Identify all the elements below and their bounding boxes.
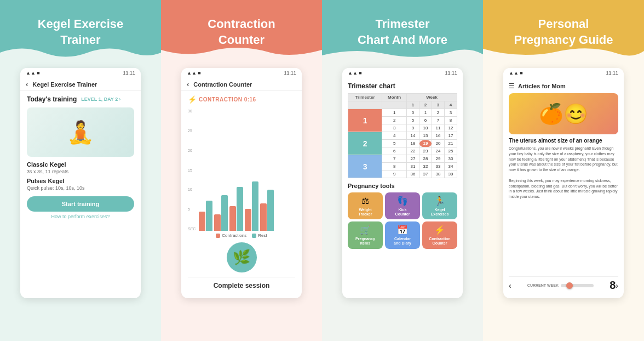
y-label-20: 20 [188,149,196,152]
week-32: 32 [419,163,432,170]
bar-pair-5 [260,190,274,231]
guide-header: Personal Pregnancy Guide [483,0,644,60]
tool-label-calendar: Calendarand Diary [394,237,411,245]
contraction-back-arrow[interactable]: ‹ [187,80,189,88]
bar-green-2 [221,195,228,231]
contraction-time: 11:11 [284,70,296,76]
kegel-back-arrow[interactable]: ‹ [26,80,28,88]
start-training-button[interactable]: Start training [27,196,134,212]
th-month: Month [382,94,407,101]
week-3: 3 [444,109,457,117]
week-17: 17 [444,132,457,140]
trimester-header: Trimester Chart And More [322,0,483,60]
th-w3: 3 [432,101,444,109]
exercise-figure: 🧘 [67,120,94,145]
table-row: 3 7 27 28 29 30 [348,155,457,163]
week-1: 1 [419,109,432,117]
tool-contraction-counter[interactable]: ⚡ ContractionCounter [422,221,457,248]
panel-kegel: Kegel Exercise Trainer ▲▲ ■ 11:11 ‹ Kege… [0,0,161,341]
bar-green-1 [206,201,212,231]
tool-pregnancy-items[interactable]: 🛒 PregnancyItems [348,221,383,248]
week-19-highlighted: 19 [419,140,432,147]
kegel-header: Kegel Exercise Trainer [0,0,161,60]
week-29: 29 [432,155,444,163]
complete-session[interactable]: Complete session [188,277,295,294]
week-25: 25 [444,147,457,155]
leaf-circle: 🌿 [227,242,257,272]
kegel-signal: ▲▲ ■ [26,70,40,76]
week-16: 16 [432,132,444,140]
panel-contraction: Contraction Counter ▲▲ ■ 11:11 ‹ Contrac… [161,0,322,341]
tool-icon-kick: 👣 [397,196,408,206]
tool-label-items: PregnancyItems [355,237,375,245]
guide-status-bar: ▲▲ ■ 11:11 [503,68,624,78]
tool-weight-tracker[interactable]: ⚖ WeightTracker [348,192,383,219]
orange-emoji: 🍊😊 [539,103,588,126]
kegel-status-bar: ▲▲ ■ 11:11 [20,68,141,78]
th-w2: 2 [419,101,432,109]
week-27: 27 [407,155,419,163]
contraction-title: Contraction Counter [208,16,275,48]
y-axis: SEC 5 10 15 20 25 30 [188,109,198,231]
week-2: 2 [432,109,444,117]
today-training-row: Today's training LEVEL 1, DAY 2 › [27,95,134,103]
trimester-chart-title: Trimester chart [348,82,457,90]
y-label-15: 15 [188,168,196,172]
tool-calendar-diary[interactable]: 📅 Calendarand Diary [385,221,420,248]
trimester-2-cell: 2 [348,132,382,155]
level-badge: LEVEL 1, DAY 2 › [81,96,120,102]
bar-pair-1 [199,201,212,231]
week-34: 34 [444,163,457,170]
exercise-desc-1: 3s x 3s, 11 repeats [27,169,134,174]
week-thumb[interactable] [566,282,573,289]
next-week-button[interactable]: › [616,281,618,290]
week-track[interactable] [561,284,594,287]
contraction-nav-bar: ‹ Contraction Counter [181,78,302,91]
trimester-title: Trimester Chart And More [358,16,447,48]
trimester-3-cell: 3 [348,155,382,178]
tool-kick-counter[interactable]: 👣 KickCounter [385,192,420,219]
how-to-link[interactable]: How to perform exercises? [27,214,134,219]
month-8: 8 [382,163,407,170]
guide-content: ☰ Articles for Mom 🍊😊 The uterus almost … [503,78,624,298]
month-5: 5 [382,140,407,147]
kegel-body: ▲▲ ■ 11:11 ‹ Kegel Exercise Trainer Toda… [0,60,161,341]
guide-time: 11:11 [606,70,618,76]
current-week-bar: ‹ CURRENT WEEK 8 › [509,276,618,294]
bar-red-4 [245,209,251,231]
trimester-status-bar: ▲▲ ■ 11:11 [342,68,463,78]
week-31: 31 [407,163,419,170]
contraction-status-bar: ▲▲ ■ 11:11 [181,68,302,78]
legend-dot-red [216,234,220,238]
hamburger-icon[interactable]: ☰ [509,82,515,90]
week-11: 11 [432,124,444,132]
y-label-10: 10 [188,187,196,191]
week-slider-container: CURRENT WEEK [511,283,610,287]
kegel-nav-bar: ‹ Kegel Exercise Trainer [20,78,141,91]
tool-kegel-exercises[interactable]: 🏃 KegelExercises [422,192,457,219]
tool-label-contraction: ContractionCounter [429,237,450,245]
bar-chart-area: SEC 5 10 15 20 25 30 [188,109,295,231]
week-8: 8 [444,117,457,124]
week-24: 24 [432,147,444,155]
week-14: 14 [407,132,419,140]
week-36: 36 [407,170,419,178]
week-18: 18 [407,140,419,147]
tool-icon-calendar: 📅 [397,225,408,235]
table-row: 1 1 0 1 2 3 [348,109,457,117]
guide-phone: ▲▲ ■ 11:11 ☰ Articles for Mom 🍊😊 The ute… [503,68,624,298]
week-15: 15 [419,132,432,140]
contraction-timer-row: ⚡ CONTRACTION 0:16 [188,95,295,104]
bar-green-3 [237,187,243,231]
week-12: 12 [444,124,457,132]
th-w4: 4 [444,101,457,109]
month-9: 9 [382,170,407,178]
article-heading: The uterus almost size of an orange [509,138,618,144]
contraction-content: ⚡ CONTRACTION 0:16 SEC 5 10 15 20 25 30 [181,91,302,298]
week-33: 33 [432,163,444,170]
week-number: 8 [610,279,616,292]
guide-signal: ▲▲ ■ [509,70,523,76]
th-empty-2 [382,101,407,109]
week-38: 38 [432,170,444,178]
bar-red-3 [229,206,236,231]
